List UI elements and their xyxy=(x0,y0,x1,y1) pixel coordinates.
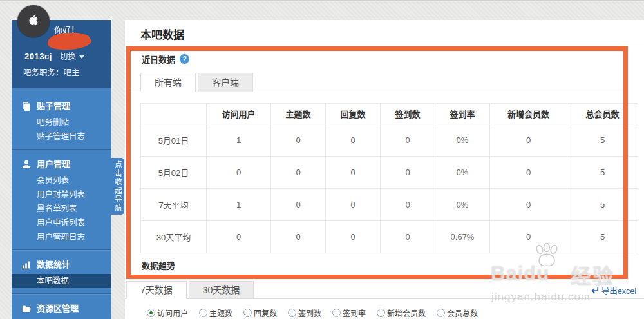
column-header: 签到数 xyxy=(381,104,435,124)
account-name: 2013cj xyxy=(24,51,52,63)
cell-value: 5 xyxy=(567,124,638,157)
cell-value: 1 xyxy=(207,189,271,221)
trend-heading: 数据趋势 xyxy=(142,259,175,271)
column-header: 回复数 xyxy=(326,104,381,124)
cell-value: 0 xyxy=(271,157,326,189)
sidebar-section-header[interactable]: 用户管理 xyxy=(12,158,111,171)
page-title: 本吧数据 xyxy=(140,26,184,42)
column-header: 访问用户 xyxy=(207,104,271,124)
metric-label: 签到数 xyxy=(298,307,321,318)
export-label: 导出excel xyxy=(601,284,636,296)
sidebar-item[interactable]: 用户封禁列表 xyxy=(12,188,111,202)
cell-value: 0 xyxy=(490,221,567,253)
metric-label: 签到率 xyxy=(343,307,366,318)
row-label: 5月02日 xyxy=(141,157,207,189)
radio-icon xyxy=(147,309,155,317)
table-row: 7天平均10000%05 xyxy=(141,189,638,221)
sidebar-item-list: 会员列表用户封禁列表黑名单列表用户申诉列表用户管理日志 xyxy=(12,173,111,244)
help-icon[interactable] xyxy=(180,54,189,64)
cell-value: 0 xyxy=(381,157,435,189)
sidebar-item[interactable]: 本吧数据 xyxy=(12,274,111,288)
column-header: 总会员数 xyxy=(567,104,638,124)
role-label: 吧务职务：吧主 xyxy=(23,66,80,78)
metric-radio[interactable]: 回复数 xyxy=(243,307,277,318)
posts-icon xyxy=(22,102,31,111)
title-separator xyxy=(125,46,644,46)
sidebar-item[interactable]: 吧务删贴 xyxy=(12,115,111,130)
watermark: Baidu 经验 jingyan.baidu.com xyxy=(491,246,644,310)
sidebar-section-header[interactable]: 资源区管理 xyxy=(12,302,111,315)
cell-value: 0 xyxy=(271,189,326,221)
sidebar-section-label: 资源区管理 xyxy=(37,302,79,315)
metric-label: 会员总数 xyxy=(447,307,478,318)
sidebar: 你好！ 2013cj 切换 吧务职务：吧主 贴子管理吧务删贴贴子管理日志用户管理… xyxy=(12,20,111,319)
chevron-down-icon xyxy=(79,55,84,59)
metric-label: 访问用户 xyxy=(157,307,188,318)
cell-value: 0 xyxy=(381,124,435,157)
sidebar-item[interactable]: 贴子管理日志 xyxy=(12,130,111,144)
users-icon xyxy=(22,160,31,169)
cell-value: 0% xyxy=(435,189,490,221)
sidebar-menu: 贴子管理吧务删贴贴子管理日志用户管理会员列表用户封禁列表黑名单列表用户申诉列表用… xyxy=(12,88,111,319)
recent-tab[interactable]: 客户端 xyxy=(198,73,253,92)
cell-value: 0 xyxy=(326,221,381,253)
cell-value: 0 xyxy=(207,221,271,253)
sidebar-item[interactable]: 会员列表 xyxy=(12,173,111,188)
sidebar-item[interactable]: 用户申诉列表 xyxy=(12,216,111,230)
trend-tab[interactable]: 7天数据 xyxy=(126,281,187,299)
collapse-nav-tab[interactable]: 点击收起导航 xyxy=(111,158,124,215)
cell-value: 5 xyxy=(567,157,638,189)
radio-icon xyxy=(332,309,341,317)
metric-radio[interactable]: 访问用户 xyxy=(147,307,188,318)
cell-value: 0 xyxy=(490,124,567,157)
sidebar-section-header[interactable]: 数据统计 xyxy=(12,258,111,271)
metric-radio[interactable]: 会员总数 xyxy=(437,307,478,318)
avatar xyxy=(17,5,50,37)
cell-value: 5 xyxy=(567,221,638,253)
table-row: 5月02日00000%05 xyxy=(141,157,638,189)
metric-radio[interactable]: 签到率 xyxy=(332,307,366,318)
cell-value: 0.67% xyxy=(435,221,490,253)
cell-value: 0 xyxy=(326,157,381,189)
column-header: 主题数 xyxy=(271,104,326,124)
main-panel: 本吧数据 近日数据 所有端客户端 访问用户主题数回复数签到数签到率新增会员数总会… xyxy=(125,20,644,319)
metric-label: 主题数 xyxy=(209,307,232,318)
cell-value: 1 xyxy=(207,124,271,157)
radio-icon xyxy=(243,309,252,317)
sidebar-section: 数据统计本吧数据 xyxy=(12,249,111,288)
metric-radio[interactable]: 新增会员数 xyxy=(377,307,426,318)
sidebar-item[interactable]: 黑名单列表 xyxy=(12,202,111,216)
data-table: 访问用户主题数回复数签到数签到率新增会员数总会员数5月01日10000%055月… xyxy=(140,103,638,253)
metric-radio-group: 访问用户主题数回复数签到数签到率新增会员数会员总数 xyxy=(147,307,478,318)
cell-value: 0 xyxy=(271,124,326,157)
cell-value: 5 xyxy=(567,189,638,221)
recent-data-heading: 近日数据 xyxy=(142,53,175,65)
sidebar-item[interactable]: 用户管理日志 xyxy=(12,230,111,244)
sidebar-section-label: 用户管理 xyxy=(37,158,70,171)
sidebar-section: 用户管理会员列表用户封禁列表黑名单列表用户申诉列表用户管理日志 xyxy=(12,149,111,244)
switch-account-link[interactable]: 切换 xyxy=(60,51,84,63)
metric-radio[interactable]: 主题数 xyxy=(199,307,232,318)
column-header: 签到率 xyxy=(435,104,490,124)
cell-value: 0 xyxy=(326,124,381,157)
cell-value: 0 xyxy=(490,189,567,221)
row-label: 5月01日 xyxy=(141,124,207,157)
recent-tab[interactable]: 所有端 xyxy=(140,73,196,92)
metric-radio[interactable]: 签到数 xyxy=(288,307,321,318)
table-row: 5月01日10000%05 xyxy=(141,124,638,157)
cell-value: 0 xyxy=(381,189,435,221)
row-label: 7天平均 xyxy=(141,189,207,221)
sidebar-section-label: 贴子管理 xyxy=(37,100,70,113)
cell-value: 0% xyxy=(435,124,490,157)
sidebar-section-header[interactable]: 贴子管理 xyxy=(12,100,111,113)
trend-tab[interactable]: 30天数据 xyxy=(189,281,254,299)
radio-icon xyxy=(377,309,385,317)
cell-value: 0 xyxy=(490,157,567,189)
export-excel-link[interactable]: 导出excel xyxy=(591,284,636,296)
column-header xyxy=(141,104,207,124)
export-arrow-icon xyxy=(591,286,599,295)
cell-value: 0 xyxy=(271,221,326,253)
sidebar-section: 贴子管理吧务删贴贴子管理日志 xyxy=(12,88,111,144)
trend-tabs: 7天数据30天数据 xyxy=(126,281,256,299)
sidebar-section: 资源区管理图册精品管理 xyxy=(12,293,111,319)
